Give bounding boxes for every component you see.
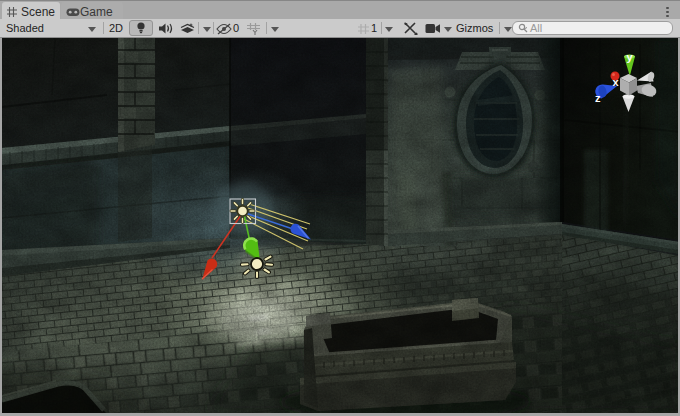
- svg-text:y: y: [627, 51, 634, 63]
- svg-text:z: z: [595, 92, 601, 104]
- svg-text:x: x: [613, 76, 620, 88]
